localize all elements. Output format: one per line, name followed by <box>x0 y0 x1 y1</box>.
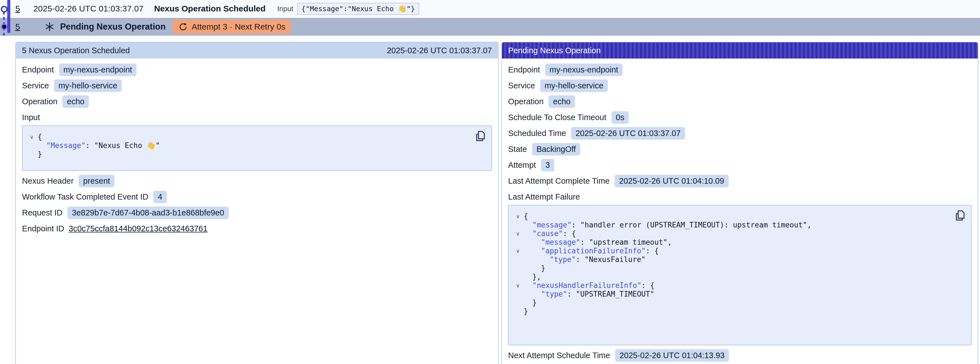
field-label: Operation <box>508 97 544 106</box>
json-key: "nexusHandlerFailureInfo" <box>532 281 641 290</box>
json-value: }, <box>532 273 541 281</box>
input-json-viewer: ∨ { "Message": "Nexus Echo 👋" } <box>22 125 492 171</box>
scheduled-event-card: 5 Nexus Operation Scheduled 2025-02-26 U… <box>15 42 499 364</box>
field-label: Last Attempt Complete Time <box>508 176 609 186</box>
json-line: "message": "upstream timeout", <box>524 238 672 247</box>
json-line: { <box>524 212 528 221</box>
json-key: "message" <box>532 221 572 229</box>
field-next-attempt-schedule-time: Next Attempt Schedule Time 2025-02-26 UT… <box>508 348 972 364</box>
field-label: Endpoint <box>22 65 54 74</box>
field-value-badge: 2025-02-26 UTC 01:03:37.07 <box>571 127 685 140</box>
field-operation: Operation echo <box>22 94 492 110</box>
retry-icon <box>178 22 188 31</box>
json-key: "message" <box>541 238 580 246</box>
scheduled-card-title: 5 Nexus Operation Scheduled <box>22 46 130 55</box>
collapse-chevron-icon[interactable]: ∨ <box>512 281 524 290</box>
collapse-chevron-icon[interactable]: ∨ <box>512 247 524 255</box>
json-value: : "handler error (UPSTREAM_TIMEOUT): ups… <box>572 221 811 229</box>
event-id-link[interactable]: 5 <box>15 4 20 13</box>
json-value: : { <box>646 247 659 255</box>
json-key: "applicationFailureInfo" <box>541 247 646 255</box>
field-last-attempt-complete-time: Last Attempt Complete Time 2025-02-26 UT… <box>508 173 972 189</box>
field-label: State <box>508 145 527 154</box>
retry-badge-text: Attempt 3 · Next Retry 0s <box>192 22 286 32</box>
event-history-screen: 5 2025-02-26 UTC 01:03:37.07 Nexus Opera… <box>0 0 980 364</box>
field-value-badge: BackingOff <box>532 143 580 155</box>
field-workflow-task-completed-event-id: Workflow Task Completed Event ID 4 <box>22 189 492 205</box>
json-value: : "upstream timeout", <box>580 238 672 246</box>
copy-button[interactable] <box>474 130 486 142</box>
field-scheduled-time: Scheduled Time 2025-02-26 UTC 01:03:37.0… <box>508 125 972 141</box>
field-value-badge: my-hello-service <box>540 80 608 92</box>
field-label: Scheduled Time <box>508 129 566 138</box>
field-value-badge: present <box>78 175 115 187</box>
copy-button[interactable] <box>954 209 966 222</box>
field-value-badge: my-nexus-endpoint <box>545 64 623 76</box>
field-label: Service <box>22 81 49 90</box>
json-value: { <box>524 212 528 220</box>
collapse-chevron-icon[interactable]: ∨ <box>26 133 38 141</box>
timeline-active-bar <box>7 0 10 33</box>
field-label: Service <box>508 81 535 90</box>
field-service: Service my-hello-service <box>22 78 492 94</box>
field-value-badge: my-nexus-endpoint <box>59 64 137 76</box>
field-nexus-header: Nexus Header present <box>22 173 492 189</box>
event-time: 2025-02-26 UTC 01:03:37.07 <box>33 4 143 13</box>
json-line: } <box>524 299 537 307</box>
field-label: Endpoint <box>508 65 540 74</box>
field-value-badge: 3e829b7e-7d67-4b08-aad3-b1e868bfe9e0 <box>67 206 229 219</box>
collapse-chevron-icon[interactable]: ∨ <box>512 212 524 221</box>
json-line: } <box>524 264 546 273</box>
pending-title: Pending Nexus Operation <box>60 22 166 32</box>
field-label: Next Attempt Schedule Time <box>508 351 610 360</box>
json-line: } <box>38 150 42 159</box>
json-line: }, <box>524 273 541 281</box>
field-label: Schedule To Close Timeout <box>508 113 606 122</box>
field-label: Attempt <box>508 161 536 170</box>
pending-card-header: Pending Nexus Operation <box>502 42 978 59</box>
json-line: { <box>38 133 42 141</box>
json-value: : { <box>641 281 654 290</box>
field-label: Request ID <box>22 208 62 217</box>
event-row-pending[interactable]: 5 Pending Nexus Operation Attempt 3 · Ne… <box>0 18 980 36</box>
json-key: "cause" <box>532 229 563 238</box>
field-value-badge: 4 <box>153 191 167 203</box>
event-row-scheduled[interactable]: 5 2025-02-26 UTC 01:03:37.07 Nexus Opera… <box>0 0 980 17</box>
event-id-link[interactable]: 5 <box>15 22 20 32</box>
field-value-badge: 2025-02-26 UTC 01:04:13.93 <box>615 349 729 362</box>
endpoint-id-link[interactable]: 3c0c75ccfa8144b092c13ce632463761 <box>69 224 208 233</box>
pending-operation-card: Pending Nexus Operation Endpoint my-nexu… <box>501 42 978 364</box>
json-value: : "Nexus Echo 👋" <box>86 141 160 150</box>
json-line: "type": "UPSTREAM_TIMEOUT" <box>524 290 654 299</box>
field-endpoint: Endpoint my-nexus-endpoint <box>22 62 492 78</box>
pending-asterisk-icon <box>45 22 55 32</box>
json-line: "Message": "Nexus Echo 👋" <box>38 141 160 150</box>
json-line: "cause": { <box>524 229 576 238</box>
field-service: Service my-hello-service <box>508 78 972 94</box>
json-value: } <box>532 299 537 307</box>
failure-json-viewer: ∨{ "message": "handler error (UPSTREAM_T… <box>508 205 972 345</box>
scheduled-card-header: 5 Nexus Operation Scheduled 2025-02-26 U… <box>16 42 498 59</box>
field-value-badge: 0s <box>611 111 629 124</box>
json-line: "type": "NexusFailure" <box>524 255 646 264</box>
input-label: Input <box>277 5 293 13</box>
json-value: : "NexusFailure" <box>576 255 646 263</box>
copy-icon <box>474 130 486 142</box>
field-label: Nexus Header <box>22 176 73 186</box>
json-value: } <box>541 264 546 272</box>
json-value: } <box>524 307 528 316</box>
collapse-chevron-icon[interactable]: ∨ <box>512 229 524 238</box>
field-value-badge: echo <box>62 95 89 108</box>
field-value-badge: 2025-02-26 UTC 01:04:10.09 <box>614 175 729 187</box>
field-label: Operation <box>22 97 57 106</box>
json-key: "Message" <box>46 141 86 150</box>
field-operation: Operation echo <box>508 94 972 110</box>
field-label: Workflow Task Completed Event ID <box>22 192 148 201</box>
timeline-filled-dot-icon <box>1 24 7 30</box>
field-attempt: Attempt 3 <box>508 157 972 173</box>
copy-icon <box>954 209 966 222</box>
field-endpoint: Endpoint my-nexus-endpoint <box>508 62 972 78</box>
field-endpoint-id: Endpoint ID 3c0c75ccfa8144b092c13ce63246… <box>22 221 492 236</box>
json-key: "type" <box>541 290 567 298</box>
event-title: Nexus Operation Scheduled <box>154 4 266 13</box>
